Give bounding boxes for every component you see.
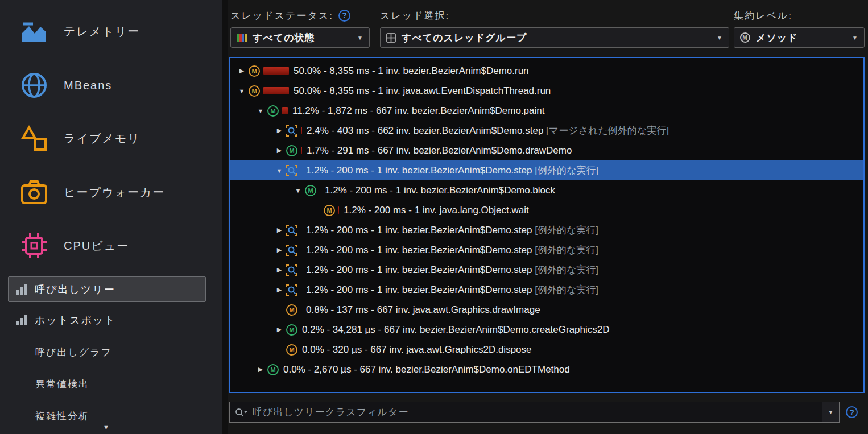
method-icon xyxy=(267,364,279,375)
exceptional-run-icon xyxy=(286,125,297,137)
tree-row[interactable]: 1.2% - 200 ms - 1 inv. bezier.BezierAnim… xyxy=(230,240,863,260)
sidebar-item-label: ホットスポット xyxy=(35,313,116,327)
sidebar-item-live-memory[interactable]: ライブメモリ xyxy=(0,121,222,156)
collapse-icon[interactable] xyxy=(272,167,286,174)
expand-icon[interactable] xyxy=(254,366,267,373)
sidebar-item-label: ライブメモリ xyxy=(64,131,140,146)
method-icon xyxy=(286,324,297,336)
tree-row[interactable]: 50.0% - 8,355 ms - 1 inv. java.awt.Event… xyxy=(230,81,863,101)
sidebar-item-telemetry[interactable]: テレメトリー xyxy=(0,14,222,49)
sidebar-item-label: 複雑性分析 xyxy=(35,410,89,423)
mbeans-icon xyxy=(19,71,49,100)
call-tree-icon xyxy=(15,283,27,296)
expand-icon[interactable] xyxy=(272,127,286,134)
live-memory-icon xyxy=(19,123,49,153)
collapse-icon[interactable] xyxy=(235,88,249,94)
thread-selection-group: スレッド選択: すべてのスレッドグループ xyxy=(380,9,729,48)
tree-row[interactable]: 0.8% - 137 ms - 667 inv. java.awt.Graphi… xyxy=(230,300,863,320)
tree-row[interactable]: 1.2% - 200 ms - 1 inv. bezier.BezierAnim… xyxy=(230,180,863,200)
sidebar: テレメトリーMBeansライブメモリヒープウォーカーCPUビュー呼び出しツリーホ… xyxy=(0,0,222,434)
row-text: 50.0% - 8,355 ms - 1 inv. bezier.BezierA… xyxy=(294,65,529,77)
filter-help-icon[interactable] xyxy=(846,406,858,418)
chevron-down-icon xyxy=(357,35,363,41)
class-filter-box xyxy=(229,402,840,423)
expand-icon[interactable] xyxy=(272,266,286,274)
filter-history-dropdown-button[interactable] xyxy=(822,402,839,422)
aggregation-dropdown[interactable]: メソッド xyxy=(734,27,865,48)
tree-row[interactable]: 0.0% - 320 µs - 667 inv. java.awt.Graphi… xyxy=(230,340,863,359)
row-text: 11.2% - 1,872 ms - 667 inv. bezier.Bezie… xyxy=(292,105,544,117)
row-text: 1.2% - 200 ms - 1 inv. bezier.BezierAnim… xyxy=(306,165,532,176)
row-text: 1.2% - 200 ms - 1 inv. bezier.BezierAnim… xyxy=(306,264,532,276)
row-suffix: [例外的な実行] xyxy=(532,243,598,257)
time-bar xyxy=(338,206,339,214)
filter-input[interactable] xyxy=(248,402,822,422)
tree-row[interactable]: 1.2% - 200 ms - 1 inv. bezier.BezierAnim… xyxy=(230,220,863,240)
exceptional-run-icon xyxy=(286,225,297,236)
thread-status-group: スレッドステータス: すべての状態 xyxy=(230,9,370,48)
sidebar-item-call-graph[interactable]: 呼び出しグラフ xyxy=(0,342,222,362)
sidebar-item-heap-walker[interactable]: ヒープウォーカー xyxy=(0,175,222,210)
expand-icon[interactable] xyxy=(272,326,286,333)
tree-row[interactable]: 2.4% - 403 ms - 662 inv. bezier.BezierAn… xyxy=(230,121,863,140)
expand-icon[interactable] xyxy=(272,226,286,234)
tree-row[interactable]: 1.2% - 200 ms - 1 inv. bezier.BezierAnim… xyxy=(230,160,863,180)
sidebar-item-label: CPUビュー xyxy=(64,238,129,254)
expand-icon[interactable] xyxy=(235,67,249,75)
aggregation-value: メソッド xyxy=(756,31,798,44)
expand-icon[interactable] xyxy=(272,286,286,294)
row-text: 1.2% - 200 ms - 1 inv. bezier.BezierAnim… xyxy=(306,284,532,296)
telemetry-icon xyxy=(19,16,49,46)
time-bar xyxy=(320,187,320,194)
filter-bar xyxy=(229,402,867,423)
sidebar-item-cpu-views[interactable]: CPUビュー xyxy=(0,228,222,263)
row-text: 1.2% - 200 ms - 1 inv. java.lang.Object.… xyxy=(344,205,529,216)
sidebar-item-complexity-analysis[interactable]: 複雑性分析 xyxy=(0,406,222,426)
method-icon xyxy=(286,145,297,156)
sidebar-item-hot-spots[interactable]: ホットスポット xyxy=(0,309,222,332)
row-text: 0.2% - 34,281 µs - 667 inv. bezier.Bezie… xyxy=(302,324,610,336)
collapse-icon[interactable] xyxy=(291,187,305,194)
exceptional-run-icon xyxy=(286,284,297,296)
thread-status-dropdown[interactable]: すべての状態 xyxy=(230,27,370,48)
time-bar xyxy=(301,226,301,234)
cpu-views-icon xyxy=(19,231,49,261)
thread-selection-dropdown[interactable]: すべてのスレッドグループ xyxy=(380,27,729,48)
row-text: 0.0% - 320 µs - 667 inv. java.awt.Graphi… xyxy=(302,344,532,356)
sidebar-item-mbeans[interactable]: MBeans xyxy=(0,68,222,103)
collapse-icon[interactable] xyxy=(254,108,267,114)
time-bar xyxy=(301,306,301,313)
search-icon[interactable] xyxy=(234,407,248,418)
sidebar-item-call-tree[interactable]: 呼び出しツリー xyxy=(8,276,206,302)
time-bar xyxy=(301,127,302,134)
thread-status-value: すべての状態 xyxy=(253,31,315,44)
expand-icon[interactable] xyxy=(272,147,286,154)
thread-status-label: スレッドステータス: xyxy=(230,9,333,22)
tree-row[interactable]: 1.2% - 200 ms - 1 inv. bezier.BezierAnim… xyxy=(230,260,863,280)
time-bar xyxy=(263,67,289,75)
thread-status-help-icon[interactable] xyxy=(338,10,350,22)
exceptional-run-icon xyxy=(286,245,297,256)
tree-row[interactable]: 1.2% - 200 ms - 1 inv. bezier.BezierAnim… xyxy=(230,280,863,300)
expand-icon[interactable] xyxy=(272,246,286,254)
time-bar xyxy=(301,286,301,294)
tree-row[interactable]: 0.0% - 2,670 µs - 667 inv. bezier.Bezier… xyxy=(230,359,863,379)
row-suffix: [例外的な実行] xyxy=(532,164,598,177)
sidebar-item-label: 異常値検出 xyxy=(35,378,89,391)
sidebar-item-label: MBeans xyxy=(64,79,112,92)
profiler-window: テレメトリーMBeansライブメモリヒープウォーカーCPUビュー呼び出しツリーホ… xyxy=(0,0,868,434)
sidebar-item-outlier-detection[interactable]: 異常値検出 xyxy=(0,374,222,394)
tree-row[interactable]: 50.0% - 8,355 ms - 1 inv. bezier.BezierA… xyxy=(230,61,863,81)
tree-row[interactable]: 1.7% - 291 ms - 667 inv. bezier.BezierAn… xyxy=(230,140,863,160)
row-text: 1.2% - 200 ms - 1 inv. bezier.BezierAnim… xyxy=(306,245,532,256)
method-aggregation-icon xyxy=(740,32,750,43)
tree-row[interactable]: 11.2% - 1,872 ms - 667 inv. bezier.Bezie… xyxy=(230,101,863,121)
row-suffix: [例外的な実行] xyxy=(532,263,598,276)
time-bar xyxy=(301,147,302,154)
tree-row[interactable]: 1.2% - 200 ms - 1 inv. java.lang.Object.… xyxy=(230,200,863,220)
row-text: 0.8% - 137 ms - 667 inv. java.awt.Graphi… xyxy=(306,304,540,316)
exceptional-run-icon xyxy=(286,264,297,276)
row-suffix: [マージされた例外的な実行] xyxy=(543,124,669,137)
row-text: 2.4% - 403 ms - 662 inv. bezier.BezierAn… xyxy=(307,125,543,137)
tree-row[interactable]: 0.2% - 34,281 µs - 667 inv. bezier.Bezie… xyxy=(230,320,863,340)
